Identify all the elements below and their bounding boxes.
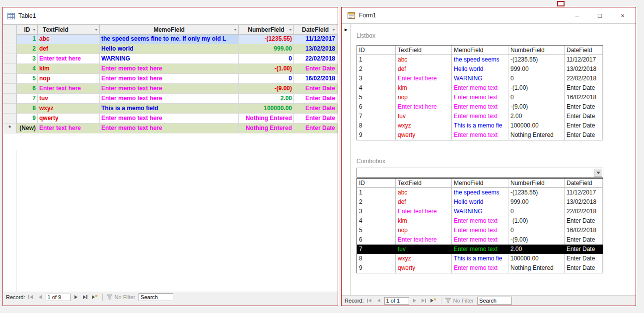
cell[interactable]: wxyz	[38, 104, 100, 114]
cell[interactable]: 9	[17, 114, 38, 124]
listbox-row[interactable]: 8wxyzThis is a memo fie100000.00Enter Da…	[357, 121, 603, 130]
cell[interactable]: 7	[17, 94, 38, 104]
cell[interactable]: Enter memo text here	[100, 94, 239, 104]
cell[interactable]: 16/02/2018	[294, 74, 337, 84]
row-selector[interactable]	[3, 64, 17, 74]
combobox-row[interactable]: 6Enter text hereEnter memo text-(9.00)En…	[357, 235, 603, 245]
cell[interactable]: (New)	[17, 124, 38, 133]
combobox-row[interactable]: 3Enter text hereWARNING022/02/2018	[357, 207, 603, 216]
listbox-row[interactable]: 9qwertyEnter memo textNothing EnteredEnt…	[357, 130, 603, 140]
minimize-button[interactable]: –	[572, 12, 582, 19]
combobox-row[interactable]: 7tuvEnter memo text2.00Enter Date	[357, 245, 603, 254]
cell[interactable]: Enter text here	[38, 124, 100, 133]
column-dropdown-icon[interactable]	[95, 29, 98, 31]
cell[interactable]: Enter Date	[294, 104, 337, 114]
cell[interactable]: Enter Date	[294, 114, 337, 124]
cell[interactable]: 3	[17, 54, 38, 64]
cell[interactable]: Enter memo text here	[100, 64, 239, 74]
column-header-memofield[interactable]: MemoField	[100, 25, 239, 35]
cell[interactable]: tuv	[38, 94, 100, 104]
new-record-button[interactable]: *	[429, 297, 437, 304]
cell[interactable]: nop	[38, 74, 100, 84]
cell[interactable]: 2	[17, 44, 38, 54]
row-selector[interactable]	[3, 34, 17, 44]
cell[interactable]: 13/02/2018	[294, 44, 337, 54]
search-input[interactable]	[477, 297, 512, 305]
cell[interactable]: Enter memo text here	[100, 124, 239, 133]
listbox-row[interactable]: 2defHello world999.0013/02/2018	[357, 64, 603, 74]
previous-record-button[interactable]	[375, 297, 383, 304]
column-header-numberfield[interactable]: NumberField	[239, 25, 294, 35]
combobox-field[interactable]	[357, 168, 603, 178]
table-row[interactable]: 9qwertyEnter memo text hereNothing Enter…	[3, 114, 338, 124]
cell[interactable]: -(9.00)	[239, 84, 294, 94]
combobox-dropdown-button[interactable]	[594, 169, 602, 177]
cell[interactable]: Enter memo text here	[100, 84, 239, 94]
combobox-row[interactable]: 4klmEnter memo text-(1.00)Enter Date	[357, 216, 603, 226]
first-record-button[interactable]	[365, 297, 373, 304]
no-filter-toggle[interactable]: No Filter	[106, 294, 136, 300]
cell[interactable]: qwerty	[38, 114, 100, 124]
new-record-button[interactable]: *	[91, 294, 99, 301]
table-row[interactable]: 2defHello world999.0013/02/2018	[3, 44, 338, 54]
column-dropdown-icon[interactable]	[234, 29, 237, 31]
cell[interactable]: Nothing Entered	[239, 114, 294, 124]
table-row[interactable]: 3Enter text hereWARNING022/02/2018	[3, 54, 338, 64]
listbox-row[interactable]: 1abcthe speed seems-(1235.55)11/12/2017	[357, 55, 603, 64]
close-button[interactable]: ×	[618, 12, 628, 19]
cell[interactable]: abc	[38, 34, 100, 44]
cell[interactable]: 999.00	[239, 44, 294, 54]
cell[interactable]: 22/02/2018	[294, 54, 337, 64]
cell[interactable]: 5	[17, 74, 38, 84]
table-row[interactable]: 4klmEnter memo text here-(1.00)Enter Dat…	[3, 64, 338, 74]
column-dropdown-icon[interactable]	[332, 29, 335, 31]
cell[interactable]: Enter text here	[38, 54, 100, 64]
cell[interactable]: 2.00	[239, 94, 294, 104]
record-position[interactable]: 1 of 9	[46, 294, 71, 301]
listbox-row[interactable]: 7tuvEnter memo text2.00Enter Date	[357, 112, 603, 121]
cell[interactable]: 4	[17, 64, 38, 74]
cell[interactable]: Enter text here	[38, 84, 100, 94]
cell[interactable]: Enter memo text here	[100, 74, 239, 84]
cell[interactable]: Enter Date	[294, 124, 337, 133]
listbox-row[interactable]: 3Enter text hereWARNING022/02/2018	[357, 74, 603, 83]
listbox-row[interactable]: 5nopEnter memo text016/02/2018	[357, 93, 603, 102]
table-row[interactable]: 7tuvEnter memo text here2.00Enter Date	[3, 94, 338, 104]
row-selector[interactable]	[3, 74, 17, 84]
table-row[interactable]: 5nopEnter memo text here016/02/2018	[3, 74, 338, 84]
column-header-textfield[interactable]: TextField	[38, 25, 100, 35]
row-selector[interactable]: *	[3, 124, 17, 133]
column-header-id[interactable]: ID	[17, 25, 38, 35]
column-dropdown-icon[interactable]	[289, 29, 292, 31]
combobox-row[interactable]: 8wxyzThis is a memo fie100000.00Enter Da…	[357, 254, 603, 263]
cell[interactable]: klm	[38, 64, 100, 74]
combobox-row[interactable]: 5nopEnter memo text016/02/2018	[357, 226, 603, 235]
next-record-button[interactable]	[72, 294, 80, 301]
combobox-row[interactable]: 2defHello world999.0013/02/2018	[357, 197, 603, 207]
form-title-bar[interactable]: Form1 – □ ×	[342, 7, 636, 24]
select-all-corner[interactable]	[3, 25, 17, 35]
cell[interactable]: Enter memo text here	[100, 114, 239, 124]
table-row[interactable]: 8wxyzThis is a memo field100000.00Enter …	[3, 104, 338, 114]
cell[interactable]: Nothing Entered	[239, 124, 294, 133]
cell[interactable]: def	[38, 44, 100, 54]
next-record-button[interactable]	[411, 297, 419, 304]
cell[interactable]: -(1235.55)	[239, 34, 294, 44]
combobox-row[interactable]: 9qwertyEnter memo textNothing EnteredEnt…	[357, 263, 603, 273]
row-selector[interactable]	[3, 84, 17, 94]
table-row[interactable]: 1abcthe speed seems fine to me. If only …	[3, 34, 338, 44]
table-row[interactable]: 6Enter text hereEnter memo text here-(9.…	[3, 84, 338, 94]
combobox-dropdown-list[interactable]: IDTextFieldMemoFieldNumberFieldDateField…	[357, 178, 603, 273]
first-record-button[interactable]	[27, 294, 35, 301]
listbox[interactable]: IDTextFieldMemoFieldNumberFieldDateField…	[357, 45, 603, 140]
column-dropdown-icon[interactable]	[33, 29, 36, 31]
cell[interactable]: Enter Date	[294, 64, 337, 74]
cell[interactable]: 0	[239, 54, 294, 64]
listbox-row[interactable]: 6Enter text hereEnter memo text-(9.00)En…	[357, 102, 603, 112]
cell[interactable]: 11/12/2017	[294, 34, 337, 44]
cell[interactable]: Enter Date	[294, 84, 337, 94]
cell[interactable]: Enter Date	[294, 94, 337, 104]
combobox-row[interactable]: 1abcthe speed seems-(1235.55)11/12/2017	[357, 188, 603, 197]
cell[interactable]: This is a memo field	[100, 104, 239, 114]
cell[interactable]: 100000.00	[239, 104, 294, 114]
